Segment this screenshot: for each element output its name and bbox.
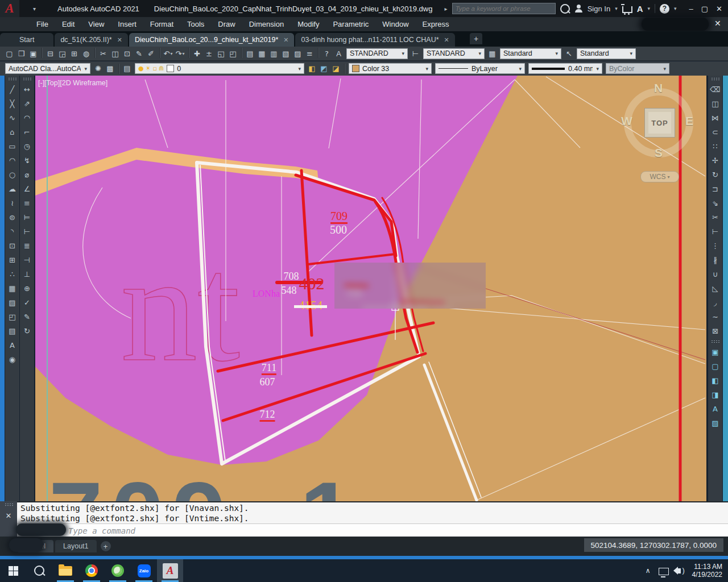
dim-style-icon[interactable]: ⊢: [410, 48, 421, 60]
arc[interactable]: ◠: [6, 153, 19, 168]
menu-item[interactable]: Express: [416, 20, 456, 28]
copy[interactable]: ◫: [709, 97, 722, 111]
quickcalc[interactable]: ≡▾: [304, 48, 316, 60]
menu-item[interactable]: Parametric: [326, 20, 375, 28]
menu-item[interactable]: Edit: [55, 20, 81, 28]
stretch[interactable]: ⇘: [709, 196, 722, 210]
viewcube-east[interactable]: E: [685, 114, 693, 128]
dim-aligned[interactable]: ⇗: [20, 97, 34, 111]
layer-previous[interactable]: ◩: [318, 63, 330, 74]
command-input[interactable]: Type a command: [17, 523, 728, 537]
tab-close-icon[interactable]: ✕: [117, 36, 122, 44]
revision-cloud[interactable]: ☁: [6, 182, 19, 196]
zalo-button[interactable]: Zalo: [131, 559, 157, 582]
user-icon[interactable]: [574, 5, 583, 13]
chrome-button[interactable]: [78, 559, 105, 582]
dim-edit[interactable]: ✎: [20, 310, 34, 324]
dim-continue[interactable]: ⊢: [20, 225, 34, 239]
text-to-front[interactable]: A: [709, 402, 722, 416]
dim-diameter[interactable]: ⌀: [20, 168, 34, 182]
lineweight-combo[interactable]: 0.40 mm▾: [528, 63, 602, 74]
menu-item[interactable]: File: [30, 20, 55, 28]
scale[interactable]: ⊐: [709, 182, 722, 196]
layer-isolate[interactable]: ◪: [330, 63, 342, 74]
spline[interactable]: ≀: [6, 196, 19, 210]
dim-angular[interactable]: ∠: [20, 182, 34, 196]
autocad-logo-icon[interactable]: A: [0, 0, 19, 17]
plot[interactable]: ⊟▾: [44, 48, 56, 60]
file-tab[interactable]: dc_51(K.205.II)* ✕: [55, 33, 128, 47]
dim-break[interactable]: ⊣: [20, 253, 34, 267]
new-file[interactable]: ▢▾: [3, 48, 15, 60]
menu-item[interactable]: Insert: [111, 20, 143, 28]
make-block[interactable]: ⊞: [6, 253, 19, 267]
mirror[interactable]: ⋈: [709, 111, 722, 125]
send-under[interactable]: ◨: [709, 388, 722, 402]
edit-block[interactable]: ✐▾: [145, 48, 157, 60]
file-tab[interactable]: DieuChinh_BaoLoc_20...9_chieu_kt_kh2019*…: [129, 33, 295, 47]
taskbar-search-button[interactable]: [26, 559, 52, 582]
markup-set-manager[interactable]: ▨▾: [292, 48, 304, 60]
array[interactable]: ∷: [709, 139, 722, 153]
table-style-combo[interactable]: Standard▾: [500, 48, 561, 59]
hatch-to-back[interactable]: ▨: [709, 416, 722, 430]
properties-palette[interactable]: ▤▾: [244, 48, 256, 60]
undo[interactable]: ↶▾: [162, 48, 174, 60]
table-style-icon[interactable]: ▦: [486, 48, 498, 60]
tab-close-icon[interactable]: ✕: [283, 36, 288, 44]
dim-jogged[interactable]: ↯: [20, 153, 34, 168]
polyline[interactable]: ∿: [6, 111, 19, 125]
region[interactable]: ◰: [6, 310, 19, 324]
gradient[interactable]: ▨: [6, 296, 19, 310]
break-at-point[interactable]: ⋮: [709, 239, 722, 253]
search-icon[interactable]: [560, 4, 570, 14]
dim-baseline[interactable]: ⊨: [20, 210, 34, 225]
help-dropdown-icon[interactable]: ▾: [674, 6, 677, 11]
break[interactable]: ∦: [709, 253, 722, 267]
mleader-style-icon[interactable]: ↖: [563, 48, 575, 60]
bring-to-front[interactable]: ▣: [709, 345, 722, 359]
ellipse-arc[interactable]: ◝: [6, 225, 19, 239]
minimize-button[interactable]: –: [689, 5, 693, 13]
point[interactable]: ∴: [6, 267, 19, 281]
text-style-icon[interactable]: A: [333, 48, 345, 60]
construction-line[interactable]: ╳: [6, 97, 19, 111]
quick-dimension[interactable]: ≡: [20, 196, 34, 210]
file-tab[interactable]: 03-dinh huong phat...n11-2011 LOC CHAU* …: [295, 33, 454, 47]
dim-style-combo[interactable]: STANDARD▾: [423, 48, 485, 59]
toolbar-grip[interactable]: [8, 77, 16, 81]
zoom-previous[interactable]: ◰▾: [227, 48, 239, 60]
toolbar-grip[interactable]: [711, 77, 719, 81]
sheet-set-manager[interactable]: ▧▾: [280, 48, 292, 60]
close-button[interactable]: ✕: [716, 5, 722, 13]
viewcube-west[interactable]: W: [621, 114, 632, 128]
dim-linear[interactable]: ↔: [20, 82, 34, 97]
circle[interactable]: ○: [6, 168, 19, 182]
save-file[interactable]: ▣▾: [27, 48, 39, 60]
polygon[interactable]: ⌂: [6, 125, 19, 139]
customization-icon[interactable]: ▩: [104, 63, 116, 74]
explode[interactable]: ⊠: [709, 324, 722, 338]
copy-clip[interactable]: ◫▾: [109, 48, 121, 60]
designcenter[interactable]: ▦▾: [256, 48, 268, 60]
file-tab[interactable]: Start: [0, 33, 53, 47]
menu-item[interactable]: View: [81, 20, 111, 28]
viewcube-top-face[interactable]: TOP: [644, 108, 675, 138]
add-layout-button[interactable]: +: [101, 541, 111, 551]
wcs-menu[interactable]: WCS▾: [640, 171, 679, 182]
batch-plot[interactable]: ⊞▾: [68, 48, 80, 60]
match-properties[interactable]: ✎▾: [133, 48, 145, 60]
tray-expand-icon[interactable]: ∧: [646, 567, 651, 575]
cut-clip[interactable]: ✂▾: [97, 48, 109, 60]
layer-properties-manager-icon[interactable]: ▤: [121, 63, 133, 74]
autocad-taskbar-button[interactable]: A: [157, 559, 183, 582]
start-button[interactable]: [0, 559, 26, 582]
open-file[interactable]: ❒▾: [15, 48, 27, 60]
quick-access-dropdown-icon[interactable]: ▾: [33, 6, 36, 12]
trim[interactable]: ✂: [709, 210, 722, 225]
file-explorer-button[interactable]: [52, 559, 78, 582]
paste-clip[interactable]: ⊡▾: [121, 48, 133, 60]
volume-icon[interactable]: [677, 568, 681, 573]
app-store-cart-icon[interactable]: [622, 6, 632, 13]
dim-update[interactable]: ↻: [20, 324, 34, 338]
